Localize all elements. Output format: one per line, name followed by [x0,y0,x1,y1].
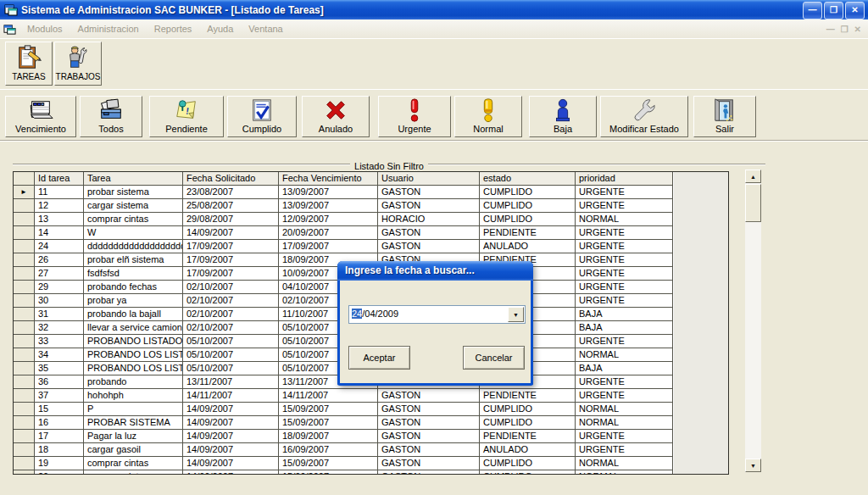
grid-cell[interactable]: 29 [35,281,84,294]
minimize-icon[interactable]: — [803,2,822,19]
grid-cell[interactable]: GASTON [378,186,480,199]
grid-cell[interactable]: PROBANDO LISTADOS [84,335,183,348]
grid-cell[interactable]: URGENTE [576,253,673,267]
grid-cell[interactable]: 32 [35,321,84,335]
grid-cell[interactable]: URGENTE [576,281,673,294]
grid-cell[interactable]: URGENTE [576,375,673,389]
grid-cell[interactable]: 35 [35,362,84,375]
table-row[interactable]: 14W14/09/200720/09/2007GASTONPENDIENTEUR… [14,226,728,240]
grid-cell[interactable]: W [84,226,183,240]
table-row[interactable]: 18cargar gasoil14/09/200716/09/2007GASTO… [14,443,728,457]
grid-cell[interactable]: 02/10/2007 [183,308,279,321]
grid-cell[interactable]: CUMPLIDO [480,213,576,226]
toolbar-button-pendiente[interactable]: !Pendiente [149,96,224,137]
row-selector[interactable] [14,335,35,348]
grid-cell[interactable]: 34 [35,348,84,362]
grid-cell[interactable]: PENDIENTE [480,430,576,443]
grid-cell[interactable]: 19 [35,457,84,470]
table-row[interactable]: 12cargar sistema25/08/200713/09/2007GAST… [14,199,728,213]
grid-cell[interactable]: GASTON [378,199,480,213]
grid-cell[interactable]: BAJA [576,362,673,375]
date-combobox[interactable]: 24/04/2009 ▼ [348,305,526,324]
row-selector[interactable] [14,389,35,403]
grid-cell[interactable]: 15/09/2007 [279,470,378,475]
grid-cell[interactable]: 27 [35,267,84,281]
toolbar-button-cumplido[interactable]: Cumplido [227,96,297,137]
combo-dropdown-icon[interactable]: ▼ [508,307,524,322]
grid-cell[interactable]: 17 [35,430,84,443]
grid-vertical-scrollbar[interactable]: ▲ ▼ [745,170,761,472]
grid-cell[interactable]: GASTON [378,416,480,430]
table-row[interactable]: 13comprar cintas29/08/200712/09/2007HORA… [14,213,728,226]
grid-cell[interactable]: NORMAL [576,213,673,226]
row-selector[interactable] [14,213,35,226]
grid-cell[interactable]: URGENTE [576,443,673,457]
grid-cell[interactable]: 36 [35,375,84,389]
grid-cell[interactable]: URGENTE [576,199,673,213]
grid-cell[interactable]: PENDIENTE [480,226,576,240]
grid-cell[interactable]: dddddddddddddddddddd [84,240,183,253]
grid-cell[interactable]: CUMPLIDO [480,416,576,430]
table-row[interactable]: 15P14/09/200715/09/2007GASTONCUMPLIDONOR… [14,403,728,416]
grid-cell[interactable]: CUMPLIDO [480,403,576,416]
toolbar-button-modificar-estado[interactable]: Modificar Estado [600,96,688,137]
grid-cell[interactable]: 30 [35,294,84,308]
grid-cell[interactable]: comprar cintas [84,213,183,226]
grid-cell[interactable]: NORMAL [576,457,673,470]
grid-cell[interactable]: comprar cintas [84,457,183,470]
menu-item-administracion[interactable]: Administracion [70,19,147,38]
grid-cell[interactable]: comprar cintas [84,470,183,475]
grid-cell[interactable]: 05/10/2007 [183,362,279,375]
row-selector[interactable] [14,294,35,308]
grid-cell[interactable]: 18 [35,443,84,457]
grid-cell[interactable]: 13/09/2007 [279,186,378,199]
row-selector[interactable] [14,308,35,321]
grid-cell[interactable]: 14/09/2007 [183,470,279,475]
grid-cell[interactable]: BAJA [576,308,673,321]
grid-cell[interactable]: 16/09/2007 [279,443,378,457]
grid-cell[interactable]: 24 [35,240,84,253]
grid-cell[interactable]: HORACIO [378,213,480,226]
toolbar-button-anulado[interactable]: Anulado [302,96,370,137]
grid-cell[interactable]: 02/10/2007 [183,281,279,294]
row-selector[interactable] [14,253,35,267]
grid-cell[interactable]: GASTON [378,403,480,416]
grid-cell[interactable]: 17/09/2007 [279,240,378,253]
grid-cell[interactable]: P [84,403,183,416]
grid-cell[interactable]: 14/09/2007 [183,457,279,470]
grid-cell[interactable]: 25/08/2007 [183,199,279,213]
grid-cell[interactable]: 11 [35,186,84,199]
grid-cell[interactable]: PENDIENTE [480,389,576,403]
row-selector[interactable] [14,403,35,416]
grid-cell[interactable]: 12/09/2007 [279,213,378,226]
toolbar-button-tareas[interactable]: TAREAS [5,42,53,86]
grid-cell[interactable]: probando la bajall [84,308,183,321]
grid-cell[interactable]: Pagar la luz [84,430,183,443]
grid-cell[interactable]: 05/10/2007 [183,335,279,348]
grid-cell[interactable]: NORMAL [576,348,673,362]
table-row[interactable]: 17Pagar la luz14/09/200718/09/2007GASTON… [14,430,728,443]
cancel-button[interactable]: Cancelar [463,346,525,370]
grid-cell[interactable]: 15/09/2007 [279,403,378,416]
grid-cell[interactable]: GASTON [378,226,480,240]
grid-cell[interactable]: probar ya [84,294,183,308]
grid-cell[interactable]: URGENTE [576,389,673,403]
row-selector[interactable] [14,226,35,240]
grid-cell[interactable]: 14/09/2007 [183,226,279,240]
grid-cell[interactable]: 23/08/2007 [183,186,279,199]
toolbar-button-salir[interactable]: Salir [693,96,756,137]
grid-cell[interactable]: 16 [35,416,84,430]
grid-cell[interactable]: 02/10/2007 [183,321,279,335]
grid-cell[interactable]: 33 [35,335,84,348]
grid-cell[interactable]: CUMPLIDO [480,199,576,213]
toolbar-button-normal[interactable]: Normal [454,96,522,137]
grid-cell[interactable]: PROBANDO LOS LISTA [84,362,183,375]
table-row[interactable]: 20comprar cintas14/09/200715/09/2007GAST… [14,470,728,475]
table-row[interactable]: 16PROBAR SISTEMA14/09/200715/09/2007GAST… [14,416,728,430]
grid-cell[interactable]: URGENTE [576,226,673,240]
table-row[interactable]: 37hohohph14/11/200714/11/2007GASTONPENDI… [14,389,728,403]
grid-cell[interactable]: NORMAL [576,470,673,475]
close-icon[interactable]: ✕ [845,2,865,19]
grid-cell[interactable]: fsdfsfsd [84,267,183,281]
menu-item-reportes[interactable]: Reportes [147,19,200,38]
